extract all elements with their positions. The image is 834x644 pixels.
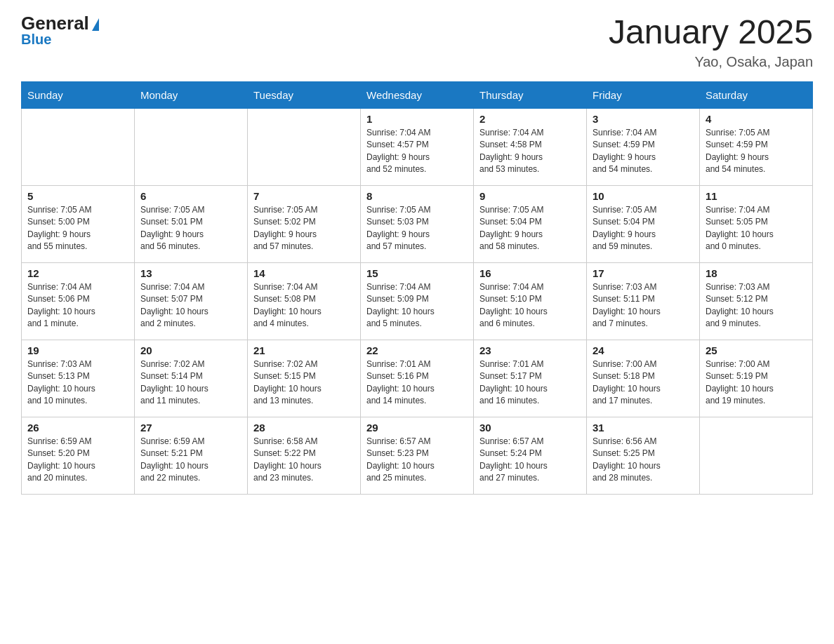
day-number: 28 xyxy=(253,422,355,434)
day-info: Sunrise: 7:04 AM Sunset: 5:05 PM Dayligh… xyxy=(706,204,807,253)
calendar-cell xyxy=(135,108,248,185)
calendar-cell: 1Sunrise: 7:04 AM Sunset: 4:57 PM Daylig… xyxy=(361,108,474,185)
day-number: 26 xyxy=(27,422,128,434)
day-number: 29 xyxy=(366,422,468,434)
calendar-week-row: 19Sunrise: 7:03 AM Sunset: 5:13 PM Dayli… xyxy=(22,340,813,417)
calendar-cell: 25Sunrise: 7:00 AM Sunset: 5:19 PM Dayli… xyxy=(700,340,813,417)
calendar-cell xyxy=(248,108,361,185)
calendar-title: January 2025 xyxy=(609,14,813,51)
column-header-wednesday: Wednesday xyxy=(361,81,474,108)
calendar-cell: 7Sunrise: 7:05 AM Sunset: 5:02 PM Daylig… xyxy=(248,185,361,262)
calendar-cell xyxy=(22,108,135,185)
day-info: Sunrise: 7:00 AM Sunset: 5:19 PM Dayligh… xyxy=(706,358,807,408)
day-info: Sunrise: 7:02 AM Sunset: 5:15 PM Dayligh… xyxy=(253,358,355,408)
calendar-cell: 14Sunrise: 7:04 AM Sunset: 5:08 PM Dayli… xyxy=(248,262,361,340)
calendar-cell: 28Sunrise: 6:58 AM Sunset: 5:22 PM Dayli… xyxy=(248,417,361,494)
calendar-cell: 20Sunrise: 7:02 AM Sunset: 5:14 PM Dayli… xyxy=(135,340,248,417)
day-number: 24 xyxy=(593,344,694,356)
day-info: Sunrise: 6:56 AM Sunset: 5:25 PM Dayligh… xyxy=(593,436,694,485)
day-info: Sunrise: 7:03 AM Sunset: 5:13 PM Dayligh… xyxy=(27,358,128,408)
calendar-week-row: 5Sunrise: 7:05 AM Sunset: 5:00 PM Daylig… xyxy=(22,185,813,262)
day-number: 6 xyxy=(140,190,241,202)
day-number: 15 xyxy=(366,267,468,279)
calendar-cell: 8Sunrise: 7:05 AM Sunset: 5:03 PM Daylig… xyxy=(361,185,474,262)
calendar-cell: 30Sunrise: 6:57 AM Sunset: 5:24 PM Dayli… xyxy=(474,417,587,494)
day-number: 25 xyxy=(706,344,807,356)
day-info: Sunrise: 6:57 AM Sunset: 5:24 PM Dayligh… xyxy=(479,436,581,485)
calendar-cell: 12Sunrise: 7:04 AM Sunset: 5:06 PM Dayli… xyxy=(22,262,135,340)
day-number: 5 xyxy=(27,190,128,202)
day-number: 2 xyxy=(479,113,581,125)
calendar-week-row: 1Sunrise: 7:04 AM Sunset: 4:57 PM Daylig… xyxy=(22,108,813,185)
calendar-table: SundayMondayTuesdayWednesdayThursdayFrid… xyxy=(21,81,813,495)
day-info: Sunrise: 7:04 AM Sunset: 4:57 PM Dayligh… xyxy=(366,127,468,176)
column-header-sunday: Sunday xyxy=(22,81,135,108)
day-number: 16 xyxy=(479,267,581,279)
calendar-cell: 27Sunrise: 6:59 AM Sunset: 5:21 PM Dayli… xyxy=(135,417,248,494)
calendar-cell: 23Sunrise: 7:01 AM Sunset: 5:17 PM Dayli… xyxy=(474,340,587,417)
column-header-thursday: Thursday xyxy=(474,81,587,108)
day-number: 11 xyxy=(706,190,807,202)
day-info: Sunrise: 7:05 AM Sunset: 5:04 PM Dayligh… xyxy=(479,204,581,253)
day-info: Sunrise: 6:59 AM Sunset: 5:21 PM Dayligh… xyxy=(140,436,241,485)
calendar-week-row: 26Sunrise: 6:59 AM Sunset: 5:20 PM Dayli… xyxy=(22,417,813,494)
day-info: Sunrise: 7:01 AM Sunset: 5:17 PM Dayligh… xyxy=(479,358,581,408)
day-number: 19 xyxy=(27,344,128,356)
day-number: 20 xyxy=(140,344,241,356)
day-info: Sunrise: 7:04 AM Sunset: 4:59 PM Dayligh… xyxy=(593,127,694,176)
day-number: 31 xyxy=(593,422,694,434)
day-number: 30 xyxy=(479,422,581,434)
calendar-cell: 19Sunrise: 7:03 AM Sunset: 5:13 PM Dayli… xyxy=(22,340,135,417)
calendar-cell: 17Sunrise: 7:03 AM Sunset: 5:11 PM Dayli… xyxy=(587,262,700,340)
day-number: 3 xyxy=(593,113,694,125)
day-info: Sunrise: 7:00 AM Sunset: 5:18 PM Dayligh… xyxy=(593,358,694,408)
calendar-cell: 16Sunrise: 7:04 AM Sunset: 5:10 PM Dayli… xyxy=(474,262,587,340)
calendar-cell: 4Sunrise: 7:05 AM Sunset: 4:59 PM Daylig… xyxy=(700,108,813,185)
day-info: Sunrise: 7:03 AM Sunset: 5:12 PM Dayligh… xyxy=(706,281,807,330)
calendar-cell: 13Sunrise: 7:04 AM Sunset: 5:07 PM Dayli… xyxy=(135,262,248,340)
day-info: Sunrise: 7:05 AM Sunset: 5:02 PM Dayligh… xyxy=(253,204,355,253)
day-info: Sunrise: 7:05 AM Sunset: 5:03 PM Dayligh… xyxy=(366,204,468,253)
calendar-cell: 18Sunrise: 7:03 AM Sunset: 5:12 PM Dayli… xyxy=(700,262,813,340)
logo-general-text: General xyxy=(21,14,99,32)
column-header-saturday: Saturday xyxy=(700,81,813,108)
day-number: 10 xyxy=(593,190,694,202)
day-info: Sunrise: 7:04 AM Sunset: 5:08 PM Dayligh… xyxy=(253,281,355,330)
calendar-cell xyxy=(700,417,813,494)
logo: General Blue xyxy=(21,14,99,46)
calendar-week-row: 12Sunrise: 7:04 AM Sunset: 5:06 PM Dayli… xyxy=(22,262,813,340)
day-info: Sunrise: 7:05 AM Sunset: 5:04 PM Dayligh… xyxy=(593,204,694,253)
day-info: Sunrise: 7:05 AM Sunset: 4:59 PM Dayligh… xyxy=(706,127,807,176)
day-number: 23 xyxy=(479,344,581,356)
day-info: Sunrise: 7:04 AM Sunset: 4:58 PM Dayligh… xyxy=(479,127,581,176)
calendar-subtitle: Yao, Osaka, Japan xyxy=(609,54,813,70)
calendar-cell: 5Sunrise: 7:05 AM Sunset: 5:00 PM Daylig… xyxy=(22,185,135,262)
calendar-cell: 24Sunrise: 7:00 AM Sunset: 5:18 PM Dayli… xyxy=(587,340,700,417)
day-info: Sunrise: 6:58 AM Sunset: 5:22 PM Dayligh… xyxy=(253,436,355,485)
day-number: 17 xyxy=(593,267,694,279)
calendar-cell: 2Sunrise: 7:04 AM Sunset: 4:58 PM Daylig… xyxy=(474,108,587,185)
column-header-friday: Friday xyxy=(587,81,700,108)
title-area: January 2025 Yao, Osaka, Japan xyxy=(609,14,813,70)
calendar-cell: 11Sunrise: 7:04 AM Sunset: 5:05 PM Dayli… xyxy=(700,185,813,262)
day-info: Sunrise: 7:04 AM Sunset: 5:10 PM Dayligh… xyxy=(479,281,581,330)
calendar-cell: 6Sunrise: 7:05 AM Sunset: 5:01 PM Daylig… xyxy=(135,185,248,262)
column-header-monday: Monday xyxy=(135,81,248,108)
day-info: Sunrise: 7:04 AM Sunset: 5:09 PM Dayligh… xyxy=(366,281,468,330)
day-info: Sunrise: 7:01 AM Sunset: 5:16 PM Dayligh… xyxy=(366,358,468,408)
day-info: Sunrise: 7:05 AM Sunset: 5:00 PM Dayligh… xyxy=(27,204,128,253)
calendar-cell: 10Sunrise: 7:05 AM Sunset: 5:04 PM Dayli… xyxy=(587,185,700,262)
calendar-cell: 29Sunrise: 6:57 AM Sunset: 5:23 PM Dayli… xyxy=(361,417,474,494)
day-number: 13 xyxy=(140,267,241,279)
calendar-cell: 3Sunrise: 7:04 AM Sunset: 4:59 PM Daylig… xyxy=(587,108,700,185)
day-number: 18 xyxy=(706,267,807,279)
calendar-cell: 31Sunrise: 6:56 AM Sunset: 5:25 PM Dayli… xyxy=(587,417,700,494)
calendar-cell: 21Sunrise: 7:02 AM Sunset: 5:15 PM Dayli… xyxy=(248,340,361,417)
logo-name: General Blue xyxy=(21,14,99,46)
calendar-header-row: SundayMondayTuesdayWednesdayThursdayFrid… xyxy=(22,81,813,108)
day-info: Sunrise: 7:03 AM Sunset: 5:11 PM Dayligh… xyxy=(593,281,694,330)
calendar-cell: 9Sunrise: 7:05 AM Sunset: 5:04 PM Daylig… xyxy=(474,185,587,262)
day-number: 1 xyxy=(366,113,468,125)
day-number: 14 xyxy=(253,267,355,279)
day-info: Sunrise: 6:59 AM Sunset: 5:20 PM Dayligh… xyxy=(27,436,128,485)
